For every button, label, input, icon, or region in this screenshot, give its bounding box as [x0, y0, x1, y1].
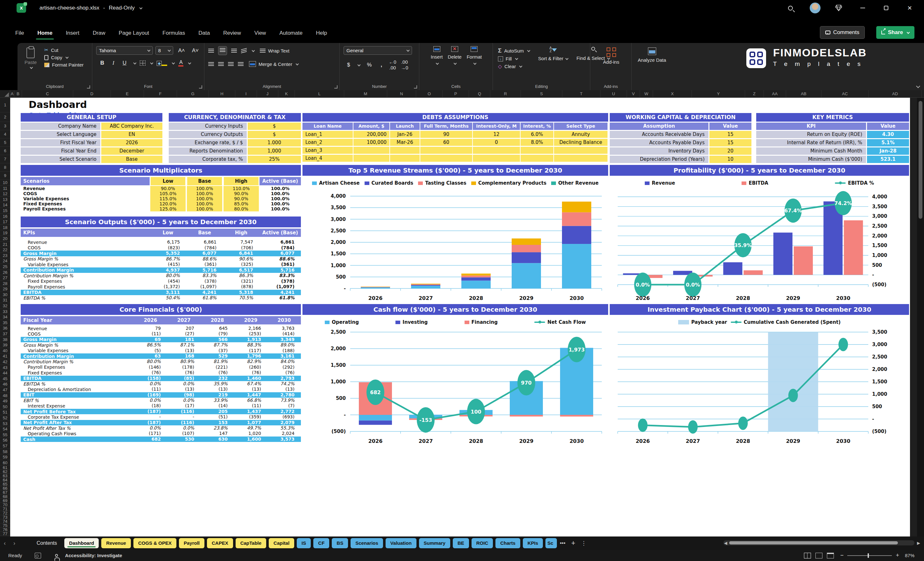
row-header-4[interactable]: 4	[0, 130, 10, 138]
row-header-41[interactable]: 41	[0, 353, 10, 359]
row-header-13[interactable]: 13	[0, 197, 10, 202]
chevron-down-icon[interactable]	[150, 61, 153, 64]
row-header-24[interactable]: 24	[0, 258, 10, 264]
sheet-tab-roic[interactable]: ROIC	[471, 538, 493, 548]
row-header-2[interactable]: 2	[0, 112, 10, 122]
row-header-46[interactable]: 46	[0, 381, 10, 387]
new-sheet-button[interactable]: +	[568, 539, 578, 547]
column-header-U[interactable]: U	[600, 90, 627, 98]
row-header-42[interactable]: 42	[0, 359, 10, 365]
sheet-tab-charts[interactable]: Charts	[495, 538, 520, 548]
row-header-16[interactable]: 16	[0, 214, 10, 219]
sheet-tab-be[interactable]: BE	[453, 538, 469, 548]
collapse-ribbon-icon[interactable]	[916, 84, 920, 88]
addins-button[interactable]: Add-ins	[594, 46, 628, 66]
currency-format-button[interactable]: $	[345, 61, 352, 69]
cell-value[interactable]: 100.0%	[186, 206, 223, 212]
sheet-tab-payroll[interactable]: Payroll	[179, 538, 204, 548]
row-header-64[interactable]: 64	[0, 478, 10, 482]
clear-button[interactable]: ◇Clear	[497, 62, 531, 70]
read-only-label[interactable]: Read-Only	[109, 5, 135, 11]
row-header-61[interactable]: 61	[0, 465, 10, 470]
row-header-47[interactable]: 47	[0, 387, 10, 393]
chevron-down-icon[interactable]	[358, 63, 361, 66]
column-header-W[interactable]: W	[640, 90, 653, 98]
cell-value[interactable]: 90	[420, 131, 472, 138]
row-header-7[interactable]: 7	[0, 155, 10, 164]
cell-value[interactable]: 105.0%	[150, 191, 186, 196]
dialog-launcher-icon[interactable]	[199, 86, 202, 88]
comments-button[interactable]: Comments	[820, 26, 865, 39]
column-header-L[interactable]: L	[295, 90, 344, 98]
column-header-N[interactable]: N	[387, 90, 416, 98]
zoom-slider-thumb[interactable]	[868, 554, 869, 558]
row-header-51[interactable]: 51	[0, 410, 10, 415]
column-header-G[interactable]: G	[177, 90, 209, 98]
vertical-scrollbar-thumb[interactable]	[919, 101, 922, 219]
menu-item-draw[interactable]: Draw	[88, 27, 110, 39]
dialog-launcher-icon[interactable]	[334, 86, 338, 88]
row-header-29[interactable]: 29	[0, 286, 10, 292]
scroll-left-icon[interactable]: ◀	[724, 541, 727, 545]
row-header-71[interactable]: 71	[0, 507, 10, 511]
cell-value[interactable]: 85.0%	[223, 201, 260, 206]
close-button[interactable]: ×	[902, 0, 917, 16]
insert-cells-button[interactable]: Insert	[429, 46, 444, 66]
cell-value[interactable]: 80.0%	[223, 206, 260, 212]
menu-item-automate[interactable]: Automate	[275, 27, 307, 39]
column-header-O[interactable]: O	[416, 90, 442, 98]
row-header-74[interactable]: 74	[0, 519, 10, 524]
row-header-20[interactable]: 20	[0, 236, 10, 242]
row-header-31[interactable]: 31	[0, 297, 10, 303]
column-header-V[interactable]: V	[627, 90, 640, 98]
chevron-down-icon[interactable]	[172, 61, 175, 64]
row-header-15[interactable]: 15	[0, 208, 10, 214]
row-header-33[interactable]: 33	[0, 309, 10, 315]
row-header-44[interactable]: 44	[0, 370, 10, 376]
number-format-select[interactable]: General	[344, 46, 412, 55]
cell-value[interactable]: $	[248, 131, 301, 138]
row-header-39[interactable]: 39	[0, 342, 10, 348]
cell-value[interactable]: Loan_1	[303, 131, 353, 138]
cell-value[interactable]: 15	[710, 131, 752, 138]
column-header-S[interactable]: S	[521, 90, 562, 98]
row-header-25[interactable]: 25	[0, 264, 10, 270]
row-header-14[interactable]: 14	[0, 202, 10, 208]
sheet-tab-cf[interactable]: CF	[313, 538, 329, 548]
wrap-text-button[interactable]: Wrap Text	[258, 47, 291, 54]
bold-button[interactable]: B	[98, 59, 106, 67]
row-header-67[interactable]: 67	[0, 490, 10, 495]
restore-button[interactable]	[879, 0, 893, 16]
row-header-50[interactable]: 50	[0, 404, 10, 410]
cell-value[interactable]	[473, 147, 520, 154]
cell-value[interactable]: Loan_3	[303, 147, 353, 154]
chevron-down-icon[interactable]	[188, 61, 191, 64]
cell-value[interactable]: 110.0%	[223, 186, 260, 191]
font-color-button[interactable]: A	[178, 60, 183, 66]
copy-button[interactable]: Copy	[43, 54, 85, 61]
comma-format-button[interactable]: ,	[379, 61, 385, 69]
sheet-tab-revenue[interactable]: Revenue	[101, 538, 131, 548]
cell-value[interactable]: 120.0%	[150, 201, 186, 206]
cell-value[interactable]: 8.0%	[520, 139, 554, 146]
row-header-28[interactable]: 28	[0, 281, 10, 286]
row-header-17[interactable]: 17	[0, 219, 10, 225]
column-header-Q[interactable]: Q	[469, 90, 490, 98]
cell-value[interactable]: Loan_2	[303, 139, 353, 146]
cell-value[interactable]: EN	[101, 131, 162, 138]
dialog-launcher-icon[interactable]	[414, 86, 417, 88]
cell-value[interactable]: 2026	[101, 139, 162, 147]
zoom-in-button[interactable]: +	[896, 552, 899, 559]
align-center-icon[interactable]	[218, 62, 224, 66]
row-header-73[interactable]: 73	[0, 515, 10, 519]
sheet-tab-cogs-opex[interactable]: COGS & OPEX	[134, 538, 176, 548]
column-header-J[interactable]: J	[257, 90, 278, 98]
fill-color-button[interactable]: ◆	[157, 60, 167, 66]
decrease-font-button[interactable]: A˅	[190, 47, 201, 54]
column-header-B[interactable]: B	[14, 90, 22, 98]
row-header-18[interactable]: 18	[0, 225, 10, 231]
cell-value[interactable]: 200,000	[353, 131, 389, 138]
more-sheets-button[interactable]: •••	[557, 540, 568, 546]
column-header-I[interactable]: I	[235, 90, 257, 98]
cell-value[interactable]: Mar-26	[390, 139, 420, 146]
